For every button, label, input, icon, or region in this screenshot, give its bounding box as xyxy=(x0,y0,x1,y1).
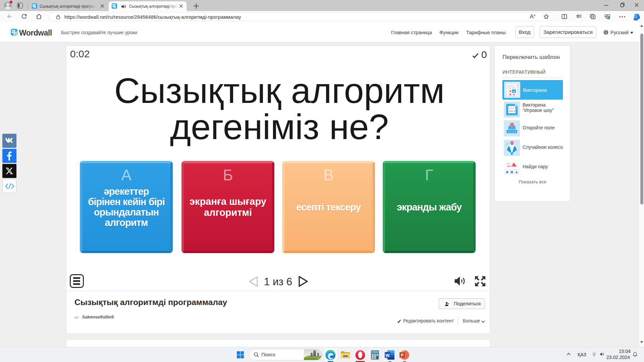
svg-text:4: 4 xyxy=(511,130,513,133)
svg-text:1: 1 xyxy=(509,127,511,130)
svg-text:P: P xyxy=(401,353,404,358)
svg-text:3: 3 xyxy=(507,130,509,133)
svg-text:W: W xyxy=(385,353,390,358)
svg-text:2: 2 xyxy=(513,127,515,130)
svg-text:?: ? xyxy=(517,84,519,88)
svg-text:5: 5 xyxy=(515,130,517,133)
svg-text:?: ? xyxy=(515,106,516,109)
